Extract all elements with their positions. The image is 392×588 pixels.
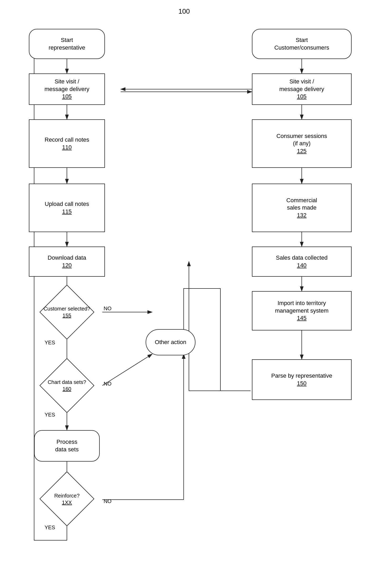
chart-data-sets-yes-label: YES xyxy=(45,412,55,418)
customer-selected-yes-label: YES xyxy=(45,340,55,346)
commercial-sales-label: Commercialsales made132 xyxy=(286,197,317,219)
upload-call-notes-label: Upload call notes115 xyxy=(45,200,89,215)
other-action-label: Other action xyxy=(155,339,186,346)
consumer-sessions-label: Consumer sessions(if any)125 xyxy=(276,132,327,155)
consumer-sessions-node: Consumer sessions(if any)125 xyxy=(252,119,352,168)
upload-call-notes-node: Upload call notes115 xyxy=(29,184,105,232)
site-visit-right-label: Site visit /message delivery105 xyxy=(279,78,324,100)
flowchart-diagram: 100 xyxy=(0,0,392,588)
diagram-title: 100 xyxy=(178,7,190,15)
sales-data-label: Sales data collected140 xyxy=(276,254,328,269)
reinforce-diamond: Reinforce?1XX xyxy=(39,477,94,521)
parse-by-rep-label: Parse by representative150 xyxy=(271,372,332,387)
other-action-node: Other action xyxy=(146,329,195,355)
start-representative-node: Startrepresentative xyxy=(29,29,105,59)
commercial-sales-node: Commercialsales made132 xyxy=(252,184,352,232)
start-customer-label: StartCustomer/consumers xyxy=(274,36,329,51)
reinforce-label: Reinforce?1XX xyxy=(54,492,80,506)
reinforce-no-label: NO xyxy=(104,498,112,504)
parse-by-rep-node: Parse by representative150 xyxy=(252,359,352,400)
download-data-node: Download data120 xyxy=(29,247,105,277)
chart-data-sets-label: Chart data sets?160 xyxy=(48,379,86,392)
site-visit-right-node: Site visit /message delivery105 xyxy=(252,73,352,105)
customer-selected-no-label: NO xyxy=(104,306,112,312)
import-territory-node: Import into territorymanagement system14… xyxy=(252,291,352,330)
download-data-label: Download data120 xyxy=(48,254,86,269)
customer-selected-diamond: Customer selected?155 xyxy=(39,291,94,333)
process-data-sets-label: Processdata sets xyxy=(55,438,78,453)
start-representative-label: Startrepresentative xyxy=(49,36,85,51)
start-customer-node: StartCustomer/consumers xyxy=(252,29,352,59)
chart-data-sets-diamond: Chart data sets?160 xyxy=(39,365,94,407)
sales-data-node: Sales data collected140 xyxy=(252,247,352,277)
chart-data-sets-no-label: NO xyxy=(104,381,112,387)
record-call-notes-label: Record call notes110 xyxy=(45,136,89,151)
site-visit-left-label: Site visit /message delivery105 xyxy=(44,78,89,100)
reinforce-yes-label: YES xyxy=(45,525,55,531)
record-call-notes-node: Record call notes110 xyxy=(29,119,105,168)
import-territory-label: Import into territorymanagement system14… xyxy=(275,300,329,322)
customer-selected-label: Customer selected?155 xyxy=(44,305,90,319)
site-visit-left-node: Site visit /message delivery105 xyxy=(29,73,105,105)
process-data-sets-node: Processdata sets xyxy=(34,430,100,462)
